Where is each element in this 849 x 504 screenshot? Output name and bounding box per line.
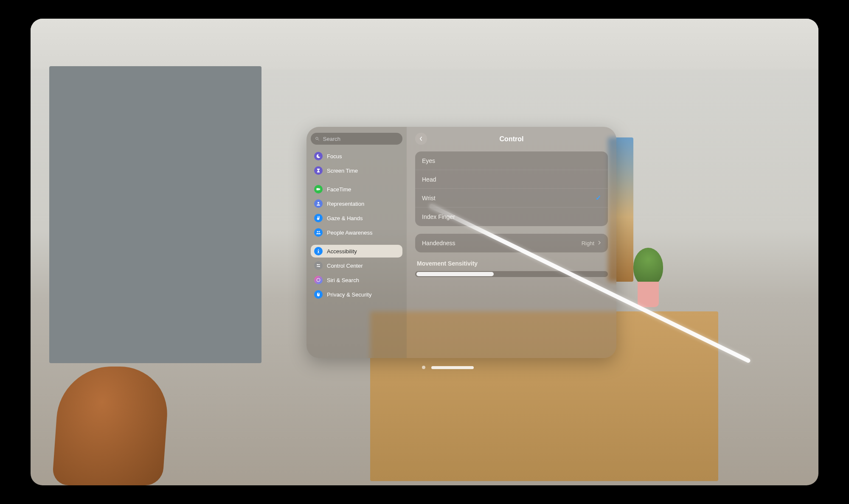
option-head[interactable]: Head (415, 170, 608, 189)
room-chair (52, 367, 171, 485)
search-input[interactable] (323, 136, 398, 142)
sidebar-item-facetime[interactable]: FaceTime (311, 183, 402, 196)
svg-point-11 (317, 278, 320, 282)
checkmark-icon: ✓ (596, 194, 601, 202)
handedness-value-wrap: Right (582, 240, 601, 246)
hand-icon (314, 214, 323, 222)
svg-point-0 (316, 137, 318, 139)
sidebar-item-representation[interactable]: Representation (311, 197, 402, 210)
window-resize-bar[interactable] (422, 366, 474, 369)
svg-rect-2 (317, 188, 319, 190)
sidebar-item-label: Screen Time (327, 168, 358, 174)
sidebar-item-label: Focus (327, 153, 342, 160)
search-field[interactable] (311, 133, 402, 145)
handedness-value: Right (582, 240, 594, 246)
svg-line-1 (318, 139, 319, 140)
option-eyes[interactable]: Eyes (415, 151, 608, 170)
room-wall-panel (49, 66, 261, 363)
handedness-label: Handedness (422, 240, 455, 246)
slider-fill (416, 272, 494, 276)
sidebar-item-siri-search[interactable]: Siri & Search (311, 274, 402, 286)
svg-point-5 (319, 231, 320, 232)
option-wrist[interactable]: Wrist ✓ (415, 189, 608, 207)
passthrough-viewport: Focus Screen Time FaceTime Representatio… (31, 19, 818, 485)
detail-title: Control (500, 135, 524, 143)
settings-detail: Control Eyes Head Wrist ✓ Index Finger (407, 127, 616, 358)
sidebar-item-label: Gaze & Hands (327, 215, 363, 221)
indicator-dot (422, 366, 425, 369)
sidebar-item-label: Accessibility (327, 248, 357, 255)
option-label: Eyes (422, 157, 435, 164)
svg-point-6 (318, 249, 319, 250)
siri-icon (314, 276, 323, 284)
sidebar-item-label: Privacy & Security (327, 291, 371, 298)
settings-sidebar: Focus Screen Time FaceTime Representatio… (306, 127, 407, 358)
svg-point-9 (317, 264, 318, 266)
sidebar-item-label: FaceTime (327, 186, 351, 193)
hand-raise-icon (314, 290, 323, 299)
people-icon (314, 228, 323, 237)
sidebar-item-label: Siri & Search (327, 277, 359, 283)
switches-icon (314, 261, 323, 270)
sidebar-item-gaze-hands[interactable]: Gaze & Hands (311, 212, 402, 224)
svg-point-3 (318, 202, 319, 204)
chevron-left-icon (419, 136, 423, 141)
settings-window: Focus Screen Time FaceTime Representatio… (306, 127, 616, 358)
svg-point-4 (317, 231, 318, 232)
video-icon (314, 185, 323, 193)
room-plant-pot (638, 282, 659, 307)
room-plant (633, 248, 663, 286)
sidebar-item-focus[interactable]: Focus (311, 150, 402, 162)
sidebar-item-privacy-security[interactable]: Privacy & Security (311, 288, 402, 301)
sensitivity-label: Movement Sensitivity (417, 260, 606, 267)
moon-icon (314, 152, 323, 160)
sidebar-item-label: People Awareness (327, 230, 372, 236)
option-label: Wrist (422, 195, 436, 202)
sidebar-item-accessibility[interactable]: Accessibility (311, 245, 402, 258)
svg-point-10 (319, 266, 320, 267)
room-ceiling (31, 19, 818, 70)
chevron-right-icon (598, 240, 601, 246)
person-icon (314, 199, 323, 208)
sidebar-item-label: Control Center (327, 263, 363, 269)
back-button[interactable] (415, 133, 427, 145)
hourglass-icon (314, 166, 323, 175)
search-icon (315, 136, 320, 141)
accessibility-icon (314, 247, 323, 255)
sidebar-item-control-center[interactable]: Control Center (311, 259, 402, 272)
indicator-bar (431, 366, 474, 369)
sidebar-item-people-awareness[interactable]: People Awareness (311, 226, 402, 239)
option-label: Head (422, 176, 436, 183)
detail-header: Control (415, 133, 608, 146)
sidebar-item-label: Representation (327, 201, 364, 207)
sidebar-item-screen-time[interactable]: Screen Time (311, 164, 402, 177)
